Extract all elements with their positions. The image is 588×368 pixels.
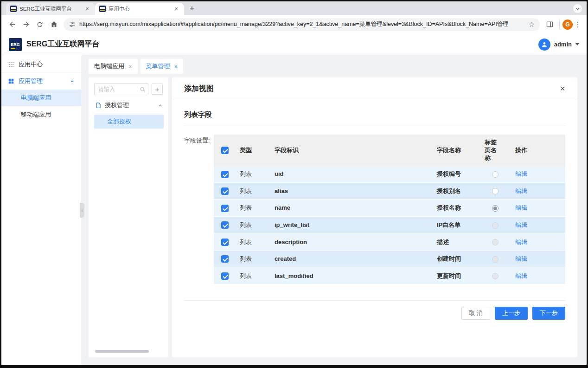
sidebar-item-label: 应用管理 — [19, 77, 43, 85]
tab-close-icon[interactable]: × — [174, 63, 178, 70]
tab-title: SERG工业互联网平台 — [19, 6, 81, 13]
tab-title: 应用中心 — [109, 6, 170, 13]
url-bar[interactable]: https://serg.mixyun.com/mixapplication/#… — [64, 18, 540, 31]
browser-tab-strip: SERG工业互联网平台 × 应用中心 × + — [1, 1, 587, 15]
table-row: 列表 uid 授权编号 编辑 — [214, 166, 565, 182]
content-tab-pc-app[interactable]: 电脑端应用 × — [89, 59, 138, 74]
home-button[interactable] — [47, 18, 61, 32]
row-edit-link[interactable]: 编辑 — [515, 221, 527, 228]
row-edit-link[interactable]: 编辑 — [515, 204, 527, 211]
reload-icon — [36, 21, 44, 28]
work-area: + 授权管理 全部授权 添加视图 — [89, 77, 577, 357]
row-type: 列表 — [236, 182, 271, 200]
forward-button[interactable] — [19, 18, 33, 32]
browser-toolbar: https://serg.mixyun.com/mixapplication/#… — [1, 15, 587, 34]
browser-tab-2[interactable]: 应用中心 × — [95, 3, 184, 15]
col-header-action: 操作 — [509, 135, 565, 166]
main-content: 电脑端应用 × 菜单管理 × — [81, 55, 587, 365]
row-field-id: description — [271, 233, 433, 251]
prev-step-button[interactable]: 上一步 — [495, 307, 528, 320]
back-button[interactable] — [5, 18, 19, 32]
bookmark-star-icon[interactable]: ☆ — [529, 20, 535, 29]
row-edit-link[interactable]: 编辑 — [515, 272, 527, 279]
content-tab-bar: 电脑端应用 × 菜单管理 × — [89, 59, 577, 74]
row-field-name: IP白名单 — [433, 216, 482, 233]
row-edit-link[interactable]: 编辑 — [515, 187, 527, 194]
sidebar-item-app-center[interactable]: 应用中心 — [1, 56, 81, 73]
row-checkbox[interactable] — [221, 205, 229, 212]
tab-favicon — [99, 6, 106, 12]
app-grid-icon — [8, 78, 14, 84]
row-tag-radio[interactable] — [492, 256, 499, 263]
auth-tree-panel: + 授权管理 全部授权 — [89, 77, 168, 357]
profile-avatar[interactable]: G — [562, 19, 573, 30]
forward-arrow-icon — [22, 20, 30, 28]
app-header: ERG SERG工业互联网平台 admin — [1, 34, 587, 55]
horizontal-scrollbar[interactable] — [95, 350, 149, 353]
browser-tab-1[interactable]: SERG工业互联网平台 × — [6, 3, 95, 15]
row-checkbox[interactable] — [221, 272, 229, 280]
table-row: 列表 name 授权名称 编辑 — [214, 200, 565, 217]
section-title: 列表字段 — [184, 110, 565, 126]
row-checkbox[interactable] — [221, 255, 229, 263]
row-edit-link[interactable]: 编辑 — [515, 170, 527, 177]
row-tag-radio[interactable] — [492, 205, 499, 212]
content-tab-label: 菜单管理 — [146, 62, 170, 71]
sidebar-item-app-manage[interactable]: 应用管理 — [1, 73, 81, 90]
tree-group-label: 授权管理 — [105, 101, 129, 110]
row-field-name: 授权名称 — [433, 200, 482, 217]
tab-close-icon[interactable]: × — [83, 5, 91, 13]
row-type: 列表 — [236, 233, 271, 251]
col-header-field-name: 字段名称 — [433, 135, 482, 166]
browser-window: SERG工业互联网平台 × 应用中心 × + — [0, 0, 588, 368]
row-tag-radio[interactable] — [492, 171, 499, 178]
row-field-id: created — [271, 250, 433, 267]
next-step-button[interactable]: 下一步 — [532, 307, 565, 320]
row-checkbox[interactable] — [221, 187, 229, 195]
row-tag-radio[interactable] — [492, 273, 499, 279]
tab-search-button[interactable] — [573, 4, 582, 13]
add-node-button[interactable]: + — [152, 84, 163, 95]
cancel-button[interactable]: 取 消 — [461, 307, 490, 320]
select-all-checkbox[interactable] — [221, 147, 229, 154]
reload-button[interactable] — [33, 18, 47, 32]
row-type: 列表 — [236, 267, 271, 284]
tab-close-icon[interactable]: × — [128, 63, 132, 70]
field-table-body: 列表 uid 授权编号 编辑 列表 alias 授权别名 编辑 列表 name … — [214, 166, 565, 284]
tree-item-all-auth[interactable]: 全部授权 — [94, 115, 164, 129]
side-panel-button[interactable] — [543, 18, 556, 32]
row-type: 列表 — [236, 166, 271, 182]
table-row: 列表 alias 授权别名 编辑 — [214, 182, 565, 200]
panel-collapse-handle[interactable]: ‹ — [80, 203, 84, 218]
tree-group-auth-manage[interactable]: 授权管理 — [89, 96, 168, 115]
username: admin — [554, 41, 572, 48]
browser-menu-icon[interactable]: ⋮ — [573, 20, 583, 29]
sidebar-item-mobile-app[interactable]: 移动端应用 — [1, 106, 81, 123]
row-edit-link[interactable]: 编辑 — [515, 255, 527, 262]
row-type: 列表 — [236, 216, 271, 233]
row-edit-link[interactable]: 编辑 — [515, 239, 527, 245]
search-icon — [140, 86, 146, 94]
field-settings-label: 字段设置: — [184, 135, 214, 145]
user-menu[interactable]: admin — [538, 39, 579, 51]
content-tab-menu-manage[interactable]: 菜单管理 × — [141, 59, 184, 74]
row-checkbox[interactable] — [221, 239, 229, 246]
row-tag-radio[interactable] — [492, 188, 499, 194]
sidebar-item-pc-app[interactable]: 电脑端应用 — [1, 90, 81, 106]
row-tag-radio[interactable] — [492, 239, 499, 245]
table-header-row: 类型 字段标识 字段名称 标签页名称 操作 — [214, 135, 565, 166]
caret-down-icon — [575, 43, 579, 45]
sidebar-item-label: 应用中心 — [19, 60, 43, 69]
close-icon[interactable]: × — [557, 84, 568, 94]
dialog-header: 添加视图 × — [172, 77, 577, 100]
tab-close-icon[interactable]: × — [173, 5, 180, 13]
row-field-name: 授权编号 — [433, 166, 482, 182]
chevron-up-icon — [70, 79, 75, 84]
field-table: 类型 字段标识 字段名称 标签页名称 操作 列表 uid 授权编号 — [214, 135, 565, 284]
row-tag-radio[interactable] — [492, 222, 499, 229]
row-type: 列表 — [236, 200, 271, 217]
row-checkbox[interactable] — [221, 221, 229, 229]
new-tab-button[interactable]: + — [186, 2, 198, 14]
field-settings-row: 字段设置: 类型 字段标识 — [184, 135, 565, 284]
row-checkbox[interactable] — [221, 171, 229, 178]
